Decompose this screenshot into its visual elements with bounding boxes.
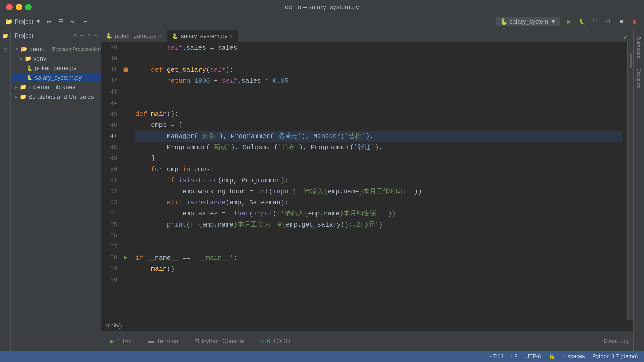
status-python[interactable]: Python 3.7 (demo)	[592, 353, 638, 360]
tree-path-demo: ~/PycharmProjects/demo	[49, 46, 101, 52]
tree-item-venv[interactable]: ▶ 📁 venv	[11, 54, 101, 63]
sync-icon[interactable]: ⊕	[44, 17, 53, 26]
code-line-43	[135, 86, 622, 98]
run-config-selector[interactable]: 🐍 salary_system ▼	[496, 17, 560, 26]
status-encoding[interactable]: UTF-8	[525, 353, 541, 360]
run-arrow-58[interactable]: ▶	[124, 252, 127, 263]
editor-area: 🐍 poker_game.py × 🐍 salary_system.py × 3…	[101, 29, 633, 351]
gutter-53	[121, 197, 130, 208]
tree-label-salary: salary_system.py	[35, 74, 82, 81]
tree-label-venv: venv	[33, 55, 46, 62]
ln-47: 47	[101, 131, 117, 142]
code-line-44	[135, 98, 622, 109]
right-scrollbar[interactable]	[627, 42, 633, 320]
tab-poker[interactable]: 🐍 poker_game.py ×	[101, 30, 167, 42]
python-console-tab[interactable]: ⊡ Python Console	[191, 336, 248, 346]
stop-button[interactable]: ◼	[630, 17, 639, 26]
settings-icon[interactable]: ⚙	[68, 17, 77, 26]
file-tree: ▼ 📂 demo ~/PycharmProjects/demo ▶ 📁 venv…	[11, 42, 101, 351]
folder-icon-venv: 📁	[25, 55, 31, 62]
run-tab[interactable]: ▶ 4 Run	[106, 336, 137, 346]
toolbar-right: 🐍 salary_system ▼ ▶ 🐛 🛡 ⏱ ≡ ◼	[496, 17, 639, 26]
hide-panel-icon[interactable]: −	[94, 33, 97, 39]
collapse-icon[interactable]: −	[80, 17, 90, 26]
tree-item-poker[interactable]: 🐍 poker_game.py	[11, 63, 101, 73]
run-config-dropdown-icon: ▼	[550, 18, 556, 25]
code-line-53: elif isinstance(emp, Salesman):	[135, 197, 622, 208]
code-line-42: return 1800 + self.sales * 0.05	[135, 75, 622, 86]
code-line-52: emp.working_hour = int(input(f'请输入{emp.n…	[135, 186, 622, 197]
tree-item-demo[interactable]: ▼ 📂 demo ~/PycharmProjects/demo	[11, 44, 101, 54]
collapse-all-icon[interactable]: ☰	[80, 33, 84, 39]
code-content[interactable]: self.sales = sales def get_salary(self):…	[130, 42, 627, 320]
add-file-icon[interactable]: ⊕	[73, 33, 77, 39]
structure-label[interactable]: Structure	[636, 63, 642, 94]
tree-item-salary[interactable]: 🐍 salary_system.py	[11, 73, 101, 82]
python-console-label: Python Console	[202, 338, 244, 345]
toolbar: 📁 Project ▼ ⊕ ☰ ⚙ − 🐍 salary_system ▼ ▶ …	[0, 14, 644, 29]
tab-bar: 🐍 poker_game.py × 🐍 salary_system.py ×	[101, 29, 633, 42]
ln-48: 48	[101, 142, 117, 153]
terminal-tab[interactable]: ▬ Terminal	[145, 336, 183, 346]
status-lock-icon[interactable]: 🔒	[548, 353, 555, 360]
gutter-48	[121, 142, 130, 153]
gutter-50[interactable]: −	[121, 164, 130, 175]
tab-salary[interactable]: 🐍 salary_system.py ×	[167, 30, 238, 42]
ln-57: 57	[101, 241, 117, 252]
tab-close-poker[interactable]: ×	[159, 33, 162, 39]
gutter-42	[121, 75, 130, 86]
debug-button[interactable]: 🐛	[578, 17, 587, 26]
window-controls[interactable]	[6, 4, 32, 10]
collapse-46[interactable]: −	[124, 120, 127, 131]
folder-icon-scratches: 📁	[20, 94, 26, 100]
tree-item-scratches[interactable]: ▶ 📁 Scratches and Consoles	[11, 92, 101, 102]
run-button[interactable]: ▶	[565, 17, 574, 26]
status-bar: 47:34 LF UTF-8 🔒 4 spaces Python 3.7 (de…	[0, 351, 644, 362]
database-label[interactable]: Database	[636, 32, 642, 63]
scrollbar-track[interactable]	[629, 43, 632, 319]
more-button[interactable]: ≡	[617, 17, 626, 26]
coverage-button[interactable]: 🛡	[591, 17, 600, 26]
profile-button[interactable]: ⏱	[604, 17, 613, 26]
gutter-43	[121, 86, 130, 98]
run-tab-number: 4	[117, 338, 120, 345]
commit-icon[interactable]: ⊡	[1, 45, 10, 54]
gutter-41[interactable]	[121, 64, 130, 75]
project-label: Project	[15, 18, 33, 25]
todo-tab[interactable]: ☰ 6 TODO	[256, 336, 294, 346]
terminal-tab-label: Terminal	[157, 338, 180, 345]
venv-arrow: ▶	[20, 56, 23, 61]
list-icon[interactable]: ☰	[56, 17, 65, 26]
gear-icon[interactable]: ⚙	[87, 33, 91, 39]
maximize-button[interactable]	[25, 4, 32, 10]
collapse-50[interactable]: −	[124, 164, 127, 175]
status-line-ending[interactable]: LF	[511, 353, 518, 360]
close-button[interactable]	[6, 4, 13, 10]
ln-46: 46	[101, 120, 117, 131]
file-icon-poker: 🐍	[27, 65, 33, 71]
gutter-46[interactable]: −	[121, 120, 130, 131]
run-config-name: salary_system	[510, 18, 548, 25]
code-line-45: def main():	[135, 109, 622, 120]
ln-42: 42	[101, 75, 117, 86]
project-panel: Project ⊕ ☰ ⚙ − ▼ 📂 demo ~/PycharmProjec…	[11, 29, 101, 351]
terminal-tab-icon: ▬	[148, 338, 154, 345]
python-console-icon: ⊡	[194, 338, 199, 345]
tab-close-salary[interactable]: ×	[230, 34, 233, 39]
project-selector[interactable]: 📁 Project ▼	[5, 18, 41, 25]
ln-59: 59	[101, 263, 117, 275]
scrollbar-thumb[interactable]	[630, 53, 632, 68]
status-position[interactable]: 47:34	[490, 353, 504, 360]
minimize-button[interactable]	[16, 4, 22, 10]
gutter-51	[121, 175, 130, 186]
breakpoint-41[interactable]	[123, 67, 128, 72]
event-log-label[interactable]: Event Log	[603, 338, 628, 344]
tree-item-ext-libs[interactable]: ▶ 📁 External Libraries	[11, 82, 101, 92]
code-line-41: def get_salary(self):	[135, 64, 622, 75]
folder-icon: 📁	[5, 18, 13, 25]
tab-label-salary: salary_system.py	[181, 33, 227, 40]
title-bar: demo – salary_system.py	[0, 0, 644, 14]
status-indent[interactable]: 4 spaces	[563, 353, 585, 360]
project-icon[interactable]: 📁	[1, 32, 10, 40]
ln-40: 40	[101, 53, 117, 64]
